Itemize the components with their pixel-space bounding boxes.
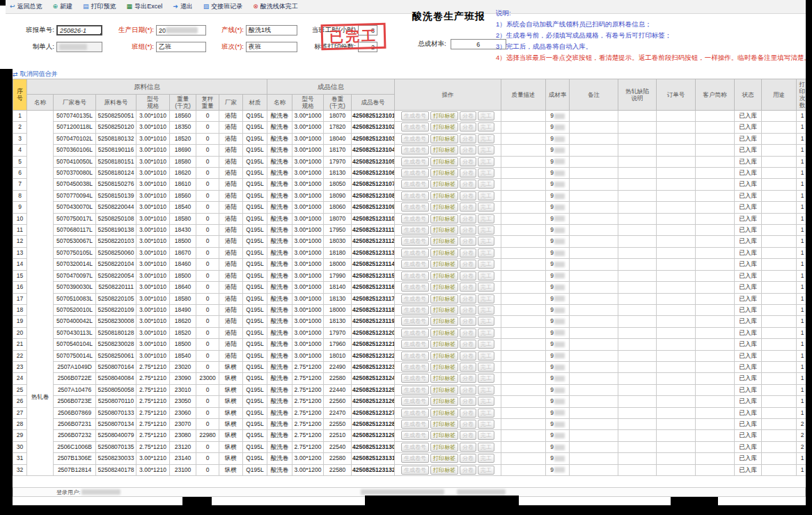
op-button[interactable]: 分卷: [460, 466, 476, 475]
op-button[interactable]: 完工: [478, 351, 494, 360]
op-button[interactable]: 完工: [478, 180, 494, 189]
op-button[interactable]: 打印标签: [430, 397, 458, 406]
op-button[interactable]: 生成卷号: [401, 294, 429, 303]
op-button[interactable]: 生成卷号: [401, 203, 429, 212]
op-button[interactable]: 分卷: [460, 409, 476, 418]
op-button[interactable]: 打印标签: [430, 363, 458, 372]
op-button[interactable]: 打印标签: [430, 248, 458, 258]
op-button[interactable]: 生成卷号: [401, 466, 429, 475]
op-button[interactable]: 生成卷号: [401, 306, 429, 315]
toolbar-item-exit[interactable]: ➜退出: [173, 2, 193, 11]
op-button[interactable]: 分卷: [460, 237, 476, 246]
op-button[interactable]: 生成卷号: [401, 134, 429, 143]
op-button[interactable]: 打印标签: [430, 374, 458, 383]
op-button[interactable]: 打印标签: [430, 145, 458, 154]
op-button[interactable]: 完工: [478, 420, 494, 429]
line-input[interactable]: 酸洗1线: [246, 25, 297, 35]
op-button[interactable]: 分卷: [460, 420, 476, 429]
op-button[interactable]: 分卷: [460, 214, 476, 223]
op-button[interactable]: 完工: [478, 271, 494, 280]
op-button[interactable]: 完工: [478, 191, 494, 200]
cancel-merge-link[interactable]: ⇄ 取消同值合并: [13, 70, 58, 79]
op-button[interactable]: 完工: [478, 340, 494, 349]
shift-input[interactable]: 夜班: [246, 42, 297, 52]
op-button[interactable]: 打印标签: [430, 157, 458, 166]
op-button[interactable]: 生成卷号: [401, 191, 429, 200]
op-button[interactable]: 完工: [478, 122, 494, 132]
op-button[interactable]: 分卷: [460, 157, 476, 166]
op-button[interactable]: 分卷: [460, 306, 476, 315]
op-button[interactable]: 生成卷号: [401, 328, 429, 338]
op-button[interactable]: 生成卷号: [401, 111, 429, 120]
op-button[interactable]: 生成卷号: [401, 180, 429, 189]
op-button[interactable]: 分卷: [460, 443, 476, 452]
op-button[interactable]: 生成卷号: [401, 214, 429, 223]
op-button[interactable]: 完工: [478, 260, 494, 269]
op-button[interactable]: 打印标签: [430, 454, 458, 463]
op-button[interactable]: 生成卷号: [401, 363, 429, 372]
op-button[interactable]: 分卷: [460, 203, 476, 212]
op-button[interactable]: 生成卷号: [401, 283, 429, 292]
op-button[interactable]: 打印标签: [430, 237, 458, 246]
op-button[interactable]: 打印标签: [430, 420, 458, 429]
op-button[interactable]: 完工: [478, 134, 494, 143]
op-button[interactable]: 生成卷号: [401, 420, 429, 429]
op-button[interactable]: 生成卷号: [401, 443, 429, 452]
op-button[interactable]: 打印标签: [430, 191, 458, 200]
op-button[interactable]: 生成卷号: [401, 168, 429, 177]
op-button[interactable]: 生成卷号: [401, 122, 429, 132]
op-button[interactable]: 生成卷号: [401, 351, 429, 360]
op-button[interactable]: 分卷: [460, 328, 476, 338]
toolbar-item-pickling-line-complete[interactable]: ⊗酸洗线体完工: [253, 2, 298, 11]
op-button[interactable]: 打印标签: [430, 386, 458, 395]
op-button[interactable]: 分卷: [460, 386, 476, 395]
op-button[interactable]: 分卷: [460, 363, 476, 372]
op-button[interactable]: 生成卷号: [401, 271, 429, 280]
op-button[interactable]: 打印标签: [430, 340, 458, 349]
toolbar-item-export-excel[interactable]: ▦导出Excel: [127, 2, 163, 11]
op-button[interactable]: 完工: [478, 294, 494, 303]
op-button[interactable]: 打印标签: [430, 306, 458, 315]
op-button[interactable]: 打印标签: [430, 431, 458, 440]
op-button[interactable]: 生成卷号: [401, 237, 429, 246]
op-button[interactable]: 分卷: [460, 454, 476, 463]
op-button[interactable]: 分卷: [460, 431, 476, 440]
op-button[interactable]: 生成卷号: [401, 340, 429, 349]
op-button[interactable]: 打印标签: [430, 443, 458, 452]
op-button[interactable]: 完工: [478, 283, 494, 292]
op-button[interactable]: 打印标签: [430, 111, 458, 120]
op-button[interactable]: 完工: [478, 363, 494, 372]
op-button[interactable]: 分卷: [460, 180, 476, 189]
op-button[interactable]: 分卷: [460, 191, 476, 200]
op-button[interactable]: 分卷: [460, 283, 476, 292]
op-button[interactable]: 打印标签: [430, 225, 458, 235]
op-button[interactable]: 生成卷号: [401, 317, 429, 326]
op-button[interactable]: 分卷: [460, 168, 476, 177]
op-button[interactable]: 完工: [478, 248, 494, 258]
op-button[interactable]: 打印标签: [430, 214, 458, 223]
op-button[interactable]: 分卷: [460, 134, 476, 143]
op-button[interactable]: 生成卷号: [401, 397, 429, 406]
op-button[interactable]: 打印标签: [430, 466, 458, 475]
toolbar-item-print-preview[interactable]: ▤打印预览: [83, 2, 116, 11]
op-button[interactable]: 完工: [478, 431, 494, 440]
op-button[interactable]: 分卷: [460, 374, 476, 383]
op-button[interactable]: 完工: [478, 168, 494, 177]
op-button[interactable]: 完工: [478, 111, 494, 120]
op-button[interactable]: 分卷: [460, 317, 476, 326]
op-button[interactable]: 生成卷号: [401, 454, 429, 463]
op-button[interactable]: 完工: [478, 306, 494, 315]
op-button[interactable]: 分卷: [460, 351, 476, 360]
op-button[interactable]: 生成卷号: [401, 225, 429, 235]
toolbar-item-shift-handover-record[interactable]: ▧交接班记录: [203, 2, 243, 11]
op-button[interactable]: 打印标签: [430, 168, 458, 177]
op-button[interactable]: 完工: [478, 203, 494, 212]
team-input[interactable]: 乙班: [156, 42, 206, 52]
op-button[interactable]: 生成卷号: [401, 431, 429, 440]
op-button[interactable]: 分卷: [460, 397, 476, 406]
op-button[interactable]: 生成卷号: [401, 374, 429, 383]
op-button[interactable]: 分卷: [460, 111, 476, 120]
prod-date-input[interactable]: 20: [156, 25, 206, 35]
op-button[interactable]: 打印标签: [430, 271, 458, 280]
op-button[interactable]: 打印标签: [430, 134, 458, 143]
